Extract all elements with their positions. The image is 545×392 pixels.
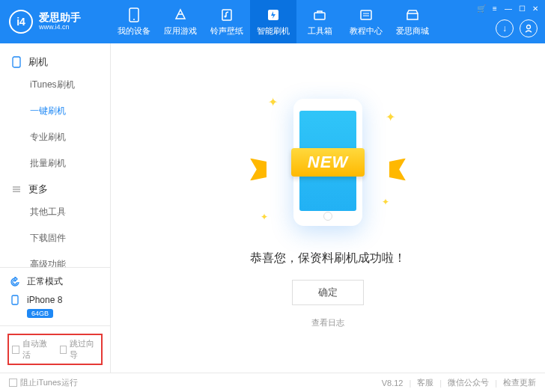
- device-status-block: 正常模式 iPhone 8 64GB: [0, 267, 110, 325]
- maximize-icon[interactable]: ☐: [517, 3, 527, 13]
- sidebar-item-onekey-flash[interactable]: 一键刷机: [0, 98, 110, 124]
- main-content: ✦ ✦ ✦ ✦ NEW 恭喜您，保资料刷机成功啦！ 确定 查看日志: [111, 43, 545, 373]
- sidebar-item-pro-flash[interactable]: 专业刷机: [0, 124, 110, 150]
- nav-my-device[interactable]: 我的设备: [111, 0, 157, 43]
- cart-icon[interactable]: 🛒: [476, 3, 487, 13]
- window-controls: 🛒 ≡ — ☐ ✕: [476, 3, 541, 13]
- music-icon: [219, 7, 234, 22]
- header-right-buttons: ↓: [496, 19, 538, 37]
- store-icon: [405, 7, 420, 22]
- device-icon: [9, 294, 21, 306]
- sidebar-section-title: 更多: [28, 183, 48, 196]
- nav-store[interactable]: 爱思商城: [389, 0, 436, 43]
- apps-icon: [173, 7, 188, 22]
- more-icon: [10, 183, 22, 195]
- sidebar-item-batch-flash[interactable]: 批量刷机: [0, 150, 110, 177]
- success-illustration: ✦ ✦ ✦ ✦ NEW: [246, 88, 410, 237]
- nav-apps[interactable]: 应用游戏: [157, 0, 204, 43]
- book-icon: [359, 7, 374, 22]
- version-label: V8.12: [382, 379, 404, 388]
- brand-url: www.i4.cn: [39, 24, 81, 31]
- checkbox-skip-guide[interactable]: 跳过向导: [60, 338, 99, 361]
- checkbox-auto-activate[interactable]: 自动激活: [12, 338, 51, 361]
- svg-point-3: [225, 15, 227, 17]
- success-message: 恭喜您，保资料刷机成功啦！: [250, 251, 406, 266]
- user-button[interactable]: [520, 19, 538, 37]
- toolbox-icon: [312, 7, 327, 22]
- svg-point-1: [133, 19, 135, 20]
- svg-rect-10: [13, 57, 20, 67]
- update-link[interactable]: 检查更新: [503, 377, 536, 388]
- ok-button[interactable]: 确定: [292, 280, 364, 305]
- status-device[interactable]: iPhone 8 64GB: [9, 294, 101, 318]
- nav-tutorial[interactable]: 教程中心: [343, 0, 389, 43]
- sidebar-item-itunes-flash[interactable]: iTunes刷机: [0, 72, 110, 98]
- storage-badge: 64GB: [27, 309, 53, 318]
- logo-icon: i4: [9, 10, 33, 34]
- nav-toolbox[interactable]: 工具箱: [296, 0, 343, 43]
- svg-rect-14: [12, 295, 18, 304]
- nav-flash[interactable]: 智能刷机: [250, 0, 296, 43]
- close-icon[interactable]: ✕: [530, 3, 541, 13]
- logo-area: i4 爱思助手 www.i4.cn: [0, 10, 111, 34]
- phone-icon: [127, 7, 141, 22]
- sidebar-section-more[interactable]: 更多: [0, 177, 110, 199]
- highlighted-options: 自动激活 跳过向导: [7, 334, 103, 365]
- minimize-icon[interactable]: —: [503, 3, 514, 13]
- status-bar: 阻止iTunes运行 V8.12 | 客服 | 微信公众号 | 检查更新: [0, 373, 545, 392]
- download-button[interactable]: ↓: [496, 19, 514, 37]
- sidebar-item-advanced[interactable]: 高级功能: [0, 251, 110, 267]
- flash-options-block: 自动激活 跳过向导: [0, 325, 110, 373]
- nav-ringtones[interactable]: 铃声壁纸: [204, 0, 250, 43]
- svg-rect-5: [314, 13, 325, 19]
- sidebar-section-flash[interactable]: 刷机: [0, 49, 110, 72]
- support-link[interactable]: 客服: [417, 377, 433, 388]
- menu-icon[interactable]: ≡: [490, 3, 500, 13]
- checkbox-block-itunes[interactable]: 阻止iTunes运行: [9, 377, 78, 388]
- svg-rect-6: [361, 10, 371, 19]
- refresh-icon: [9, 276, 21, 288]
- sidebar-item-other-tools[interactable]: 其他工具: [0, 199, 110, 225]
- svg-rect-2: [222, 10, 231, 20]
- wechat-link[interactable]: 微信公众号: [448, 377, 489, 388]
- phone-outline-icon: [10, 56, 22, 68]
- sidebar-item-download-fw[interactable]: 下载固件: [0, 225, 110, 251]
- svg-point-9: [527, 25, 531, 29]
- sidebar: 刷机 iTunes刷机 一键刷机 专业刷机 批量刷机 更多 其他工具 下载固件 …: [0, 43, 111, 373]
- flash-icon: [266, 7, 281, 22]
- new-ribbon: NEW: [261, 140, 395, 185]
- view-log-link[interactable]: 查看日志: [311, 317, 344, 328]
- status-mode[interactable]: 正常模式: [9, 275, 101, 288]
- top-nav: 我的设备 应用游戏 铃声壁纸 智能刷机 工具箱 教程中心 爱思商城: [111, 0, 436, 43]
- brand-name: 爱思助手: [39, 12, 81, 23]
- sidebar-section-title: 刷机: [28, 55, 48, 69]
- app-header: i4 爱思助手 www.i4.cn 我的设备 应用游戏 铃声壁纸 智能刷机 工具…: [0, 0, 545, 43]
